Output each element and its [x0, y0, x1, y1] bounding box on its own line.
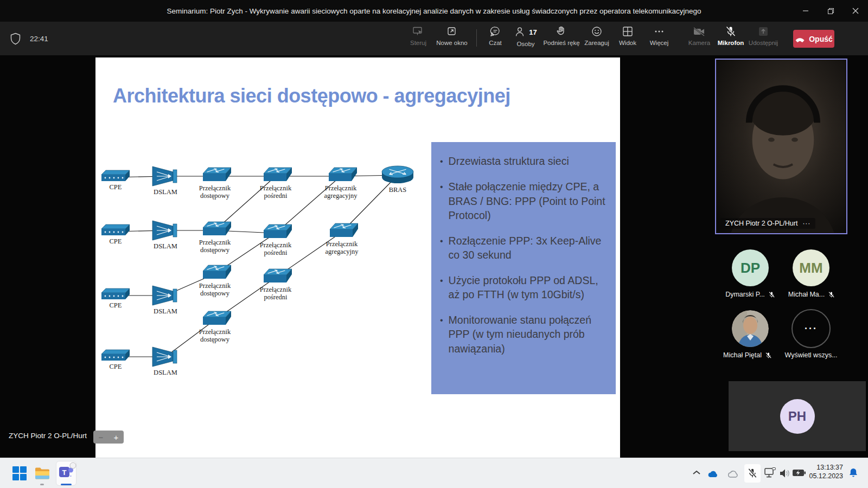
participant-photo — [732, 310, 769, 347]
lobby-tile: PH — [729, 381, 866, 451]
svg-text:DSLAM: DSLAM — [154, 369, 177, 376]
tray-chevron-icon[interactable] — [692, 469, 701, 477]
svg-text:Przełącznik: Przełącznik — [325, 184, 357, 192]
svg-text:BRAS: BRAS — [389, 186, 407, 194]
svg-text:Przełącznik: Przełącznik — [199, 328, 231, 336]
svg-text:T: T — [62, 468, 67, 477]
raise-hand-icon — [556, 25, 567, 37]
participant-avatar-pietal[interactable] — [732, 310, 769, 347]
tray-speaker-icon[interactable] — [779, 468, 791, 479]
svg-text:CPE: CPE — [110, 237, 122, 245]
participant-avatar-dymarski[interactable]: DP — [732, 249, 769, 286]
restore-icon — [827, 8, 834, 15]
meeting-stage: Architektura sieci dostępowo - agregacyj… — [0, 55, 868, 458]
bullet-item: •Drzewiasta struktura sieci — [440, 154, 608, 169]
svg-text:pośredni: pośredni — [264, 293, 288, 301]
wiecej-button[interactable]: Więcej — [639, 25, 680, 53]
participant-label: Dymarski P... — [718, 291, 783, 298]
svg-text:DSLAM: DSLAM — [154, 242, 177, 250]
mic-muted-icon — [765, 352, 772, 359]
bullet-item: •Stałe połączenie między CPE, a BRAS / B… — [440, 179, 608, 223]
participant-label: Michał Piętal — [715, 351, 780, 359]
close-icon — [852, 8, 859, 14]
bullet-item: •Monitorowanie stanu połączeń PPP (w tym… — [440, 313, 608, 356]
show-all-label[interactable]: Wyświetl wszys... — [778, 351, 844, 359]
zoom-out-button[interactable]: − — [99, 433, 104, 442]
teams-notification-badge — [69, 462, 76, 469]
nowe-okno-button[interactable]: Nowe okno — [431, 25, 473, 53]
tray-mic-muted-icon — [748, 468, 757, 479]
file-explorer-icon[interactable] — [35, 466, 50, 480]
svg-text:Przełącznik: Przełącznik — [260, 184, 292, 192]
slide-zoom-widget: − + — [93, 431, 124, 444]
speaker-video-frame — [716, 60, 846, 233]
svg-text:DSLAM: DSLAM — [154, 188, 177, 196]
speaker-name-overlay: ZYCH Piotr 2 O-PL/Hurt ··· — [720, 218, 815, 229]
svg-text:Przełącznik: Przełącznik — [260, 241, 292, 249]
meeting-timer: 22:41 — [30, 35, 48, 43]
new-window-icon — [446, 25, 458, 37]
teams-active-indicator — [61, 484, 72, 485]
tray-notification-bell-icon[interactable] — [848, 467, 859, 479]
svg-text:Przełącznik: Przełącznik — [260, 286, 292, 293]
onedrive-icon[interactable] — [706, 468, 719, 478]
svg-text:CPE: CPE — [110, 301, 122, 309]
svg-text:dostępowy: dostępowy — [200, 336, 230, 343]
leave-button[interactable]: Opuść — [793, 30, 834, 48]
people-icon — [514, 26, 526, 38]
bullet-item: •Użycie protokołu PPP od ADSL, aż po FTT… — [440, 273, 608, 302]
speaker-more-menu[interactable]: ··· — [802, 220, 810, 227]
presenter-name-label: ZYCH Piotr 2 O-PL/Hurt — [9, 432, 87, 440]
bullet-item: •Rozłączenie PPP: 3x Keep-Alive co 30 se… — [440, 234, 608, 262]
tray-clock[interactable]: 13:13:37 05.12.2023 — [796, 463, 843, 480]
close-button[interactable] — [843, 0, 868, 22]
svg-text:Przełącznik: Przełącznik — [326, 240, 358, 248]
mic-muted-icon — [828, 291, 835, 298]
chat-icon — [489, 25, 501, 37]
view-grid-icon — [622, 25, 634, 37]
shared-slide: Architektura sieci dostępowo - agregacyj… — [95, 57, 620, 458]
zoom-in-button[interactable]: + — [114, 433, 119, 442]
mic-muted-icon — [768, 291, 775, 298]
tray-network-icon[interactable] — [764, 467, 777, 479]
shield-icon — [10, 33, 21, 45]
svg-text:DSLAM: DSLAM — [154, 307, 177, 315]
svg-text:dostępowy: dostępowy — [200, 192, 230, 200]
call-end-icon — [795, 36, 805, 42]
restore-button[interactable] — [818, 0, 843, 22]
share-screen-icon — [757, 25, 769, 37]
speaker-video-tile[interactable]: ZYCH Piotr 2 O-PL/Hurt ··· — [715, 59, 847, 234]
svg-text:Przełącznik: Przełącznik — [199, 239, 231, 246]
svg-text:CPE: CPE — [110, 363, 122, 370]
minimize-button[interactable] — [793, 0, 818, 22]
window-title: Seminarium: Piotr Zych - Wykrywanie awar… — [0, 0, 868, 22]
participant-avatar-ph[interactable]: PH — [780, 399, 815, 434]
svg-text:pośredni: pośredni — [264, 192, 288, 200]
osoby-button[interactable]: 17 Osoby — [505, 25, 546, 53]
react-smiley-icon — [591, 25, 603, 37]
participant-count-badge: 17 — [529, 28, 537, 36]
udostepnij-button[interactable]: Udostępnij — [743, 25, 784, 53]
explorer-running-indicator — [40, 484, 44, 485]
svg-text:Przełącznik: Przełącznik — [199, 184, 231, 192]
overflow-participants-button[interactable]: ··· — [792, 309, 831, 348]
more-dots-icon — [653, 25, 665, 37]
tray-mic-muted-box[interactable] — [744, 464, 761, 483]
window-titlebar: Seminarium: Piotr Zych - Wykrywanie awar… — [0, 0, 868, 22]
svg-text:agregacyjny: agregacyjny — [324, 192, 358, 200]
camera-off-icon — [693, 25, 706, 37]
tray-time: 13:13:37 — [796, 463, 843, 472]
control-screen-icon — [412, 25, 424, 37]
mic-muted-icon — [725, 25, 737, 37]
svg-text:CPE: CPE — [110, 183, 122, 191]
start-button-icon[interactable] — [12, 466, 27, 481]
participant-avatar-michal-ma[interactable]: MM — [793, 249, 829, 286]
tray-date: 05.12.2023 — [796, 472, 843, 480]
slide-bullet-box: •Drzewiasta struktura sieci •Stałe połąc… — [431, 142, 616, 394]
cloud-status-icon[interactable] — [726, 468, 739, 478]
meeting-toolbar: 22:41 Steruj Nowe okno Czat 17 Osoby Pod… — [0, 22, 868, 55]
participant-label: Michał Ma... — [779, 291, 844, 298]
svg-text:dostępowy: dostępowy — [200, 290, 230, 297]
svg-text:pośredni: pośredni — [264, 249, 288, 256]
svg-text:agregacyjny: agregacyjny — [325, 248, 359, 255]
